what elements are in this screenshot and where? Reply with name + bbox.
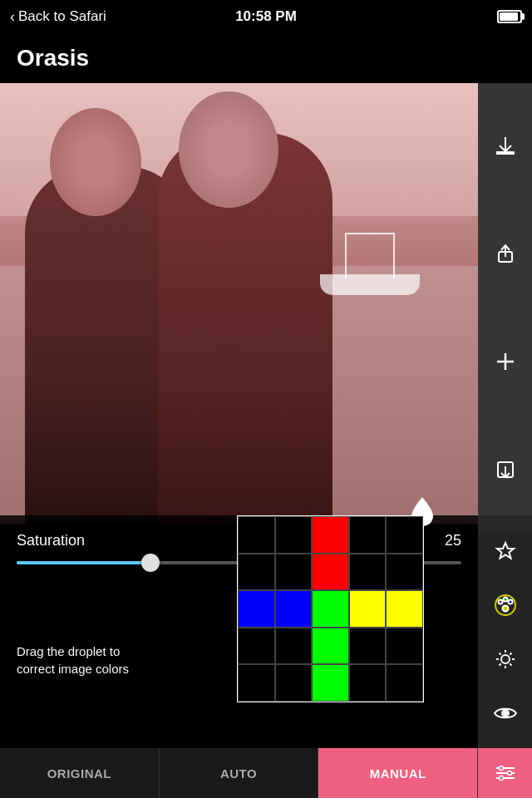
grid-cell-r5c3 bbox=[312, 664, 349, 702]
grid-cell-r1c3 bbox=[312, 516, 349, 554]
add-button[interactable] bbox=[485, 341, 526, 382]
grid-cell-r1c2 bbox=[275, 516, 313, 554]
grid-cell-r5c2 bbox=[275, 664, 313, 702]
svg-point-13 bbox=[502, 605, 508, 611]
save-button[interactable] bbox=[485, 449, 526, 490]
back-button[interactable]: ‹ Back to Safari bbox=[10, 8, 106, 26]
share-button[interactable] bbox=[485, 233, 526, 274]
tab-settings-button[interactable] bbox=[478, 748, 532, 798]
saturation-value: 25 bbox=[445, 532, 461, 549]
svg-line-19 bbox=[499, 653, 500, 654]
grid-cell-r1c4 bbox=[349, 516, 387, 554]
back-label: Back to Safari bbox=[18, 8, 106, 25]
grid-cell-r3c3 bbox=[312, 590, 349, 628]
grid-cell-r4c2 bbox=[275, 628, 313, 665]
grid-cell-r2c2 bbox=[275, 554, 313, 591]
back-chevron-icon: ‹ bbox=[10, 8, 15, 26]
tab-manual[interactable]: MANUAL bbox=[318, 748, 478, 798]
slider-fill bbox=[17, 561, 150, 564]
color-grid-container[interactable] bbox=[237, 495, 436, 702]
download-button[interactable] bbox=[485, 125, 526, 166]
status-time: 10:58 PM bbox=[235, 8, 297, 25]
instruction-line2: correct image colors bbox=[17, 662, 129, 676]
svg-point-30 bbox=[499, 776, 503, 781]
slider-thumb[interactable] bbox=[141, 554, 160, 572]
grid-cell-r4c4 bbox=[349, 628, 387, 665]
star-button[interactable] bbox=[485, 530, 526, 572]
battery-indicator bbox=[497, 10, 522, 23]
boat bbox=[303, 229, 436, 295]
grid-cell-r4c3 bbox=[312, 628, 349, 665]
grid-cell-r1c5 bbox=[386, 516, 423, 554]
saturation-label: Saturation bbox=[17, 532, 85, 549]
face-right bbox=[179, 91, 278, 208]
svg-point-28 bbox=[499, 766, 503, 771]
svg-marker-8 bbox=[497, 543, 514, 559]
eye-button[interactable] bbox=[485, 692, 526, 734]
grid-cell-r5c4 bbox=[349, 664, 387, 702]
svg-line-20 bbox=[510, 663, 511, 665]
grid-cell-r2c4 bbox=[349, 554, 387, 591]
grid-cell-r5c5 bbox=[386, 664, 423, 702]
face-left bbox=[50, 108, 141, 216]
color-grid[interactable] bbox=[237, 515, 424, 702]
grid-cell-r3c2 bbox=[275, 590, 313, 628]
svg-line-22 bbox=[499, 663, 500, 665]
svg-point-10 bbox=[498, 599, 502, 603]
bottom-panel: Saturation 25 Drag the droplet to correc… bbox=[0, 515, 478, 748]
grid-cell-r1c1 bbox=[238, 516, 275, 554]
svg-point-14 bbox=[501, 655, 510, 663]
bottom-right-icons bbox=[478, 515, 532, 748]
grid-cell-r4c5 bbox=[386, 628, 423, 665]
right-toolbar bbox=[478, 83, 532, 532]
instruction-line1: Drag the droplet to bbox=[17, 644, 120, 658]
app-title-text: Orasis bbox=[17, 45, 89, 71]
grid-cell-r2c1 bbox=[238, 554, 275, 591]
brightness-button[interactable] bbox=[485, 638, 526, 680]
svg-line-21 bbox=[510, 653, 511, 654]
bottom-tabs: ORIGINAL AUTO MANUAL bbox=[0, 748, 532, 798]
svg-point-11 bbox=[503, 597, 507, 601]
svg-point-29 bbox=[507, 771, 511, 776]
tab-auto[interactable]: AUTO bbox=[160, 748, 319, 798]
battery-fill bbox=[500, 12, 518, 21]
photo-canvas bbox=[0, 83, 478, 524]
photo-area bbox=[0, 83, 478, 524]
tab-original[interactable]: ORIGINAL bbox=[0, 748, 160, 798]
grid-cell-r2c5 bbox=[386, 554, 423, 591]
grid-cell-r2c3 bbox=[312, 554, 349, 591]
grid-cell-r3c4 bbox=[349, 590, 387, 628]
svg-point-24 bbox=[504, 712, 507, 715]
boat-sail bbox=[345, 233, 395, 278]
grid-cell-r5c1 bbox=[238, 664, 275, 702]
grid-cell-r4c1 bbox=[238, 628, 275, 665]
app-title-bar: Orasis bbox=[0, 33, 532, 83]
status-bar: ‹ Back to Safari 10:58 PM bbox=[0, 0, 532, 33]
palette-button[interactable] bbox=[485, 584, 526, 626]
svg-point-12 bbox=[508, 599, 512, 603]
grid-cell-r3c1 bbox=[238, 590, 275, 628]
boat-body bbox=[320, 274, 420, 295]
grid-cell-r3c5 bbox=[386, 590, 423, 628]
instruction-text: Drag the droplet to correct image colors bbox=[17, 643, 129, 677]
